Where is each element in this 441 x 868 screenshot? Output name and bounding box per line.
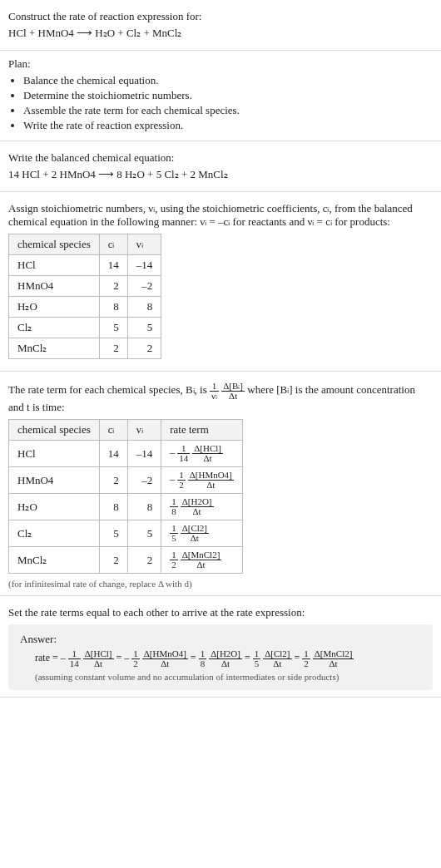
- cell-species: Cl₂: [9, 520, 100, 547]
- cell-ci: 14: [99, 441, 127, 467]
- cell-ci: 8: [99, 494, 127, 520]
- col-rate: rate term: [161, 420, 243, 441]
- term-sign: –: [61, 652, 66, 663]
- cell-vi: –14: [127, 441, 161, 467]
- cell-rate: 18 Δ[H2O]Δt: [161, 494, 243, 520]
- table-row: HMnO4 2 –2: [9, 276, 161, 297]
- cell-ci: 14: [99, 255, 127, 276]
- cell-rate: 12 Δ[MnCl2]Δt: [161, 547, 243, 574]
- term-conc-frac: Δ[H2O]Δt: [209, 649, 242, 668]
- plan-item: Determine the stoichiometric numbers.: [23, 89, 433, 102]
- term-coef-frac: 15: [253, 649, 261, 668]
- answer-label: Answer:: [20, 633, 421, 646]
- table-row: H₂O 8 8: [9, 297, 161, 318]
- rate-coef-frac: 18: [170, 497, 178, 516]
- cell-ci: 2: [99, 276, 127, 297]
- plan-label: Plan:: [8, 57, 433, 71]
- table-header-row: chemical species cᵢ νᵢ rate term: [9, 420, 243, 441]
- cell-vi: –2: [127, 467, 161, 494]
- cell-species: Cl₂: [9, 318, 100, 338]
- stoich-section: Assign stoichiometric numbers, νᵢ, using…: [0, 192, 441, 372]
- term-conc-frac: Δ[MnCl2]Δt: [313, 649, 354, 668]
- cell-ci: 2: [99, 547, 127, 574]
- table-row: MnCl₂ 2 2 12 Δ[MnCl2]Δt: [9, 547, 243, 574]
- rate-sign: –: [170, 446, 175, 458]
- answer-equation: rate = – 114 Δ[HCl]Δt = – 12 Δ[HMnO4]Δt …: [35, 649, 421, 668]
- rateterm-table: chemical species cᵢ νᵢ rate term HCl 14 …: [8, 419, 243, 574]
- balanced-label: Write the balanced chemical equation:: [8, 151, 433, 165]
- rate-conc-frac: Δ[H2O]Δt: [181, 497, 214, 516]
- rateterm-section: The rate term for each chemical species,…: [0, 372, 441, 596]
- term-conc-frac: Δ[HCl]Δt: [83, 649, 114, 668]
- col-ci: cᵢ: [99, 234, 127, 255]
- table-header-row: chemical species cᵢ νᵢ: [9, 234, 161, 255]
- rate-conc-frac: Δ[HMnO4]Δt: [188, 471, 234, 490]
- rate-conc-frac: Δ[HCl]Δt: [192, 444, 223, 463]
- rate-coef-frac: 15: [170, 524, 178, 543]
- table-row: Cl₂ 5 5: [9, 318, 161, 338]
- stoich-intro: Assign stoichiometric numbers, νᵢ, using…: [8, 202, 433, 229]
- rate-conc-frac: Δ[MnCl2]Δt: [181, 550, 222, 570]
- generic-conc-frac: Δ[Bᵢ]Δt: [221, 382, 245, 401]
- final-label: Set the rate terms equal to each other t…: [8, 606, 433, 619]
- cell-vi: 8: [127, 494, 161, 520]
- cell-species: H₂O: [9, 494, 100, 520]
- table-row: H₂O 8 8 18 Δ[H2O]Δt: [9, 494, 243, 520]
- cell-species: MnCl₂: [9, 547, 100, 574]
- plan-section: Plan: Balance the chemical equation. Det…: [0, 51, 441, 141]
- table-row: HCl 14 –14 – 114 Δ[HCl]Δt: [9, 441, 243, 467]
- col-species: chemical species: [9, 234, 100, 255]
- plan-item: Write the rate of reaction expression.: [23, 119, 433, 132]
- rate-coef-frac: 12: [170, 550, 178, 570]
- col-vi: νᵢ: [127, 234, 161, 255]
- cell-ci: 8: [99, 297, 127, 318]
- final-section: Set the rate terms equal to each other t…: [0, 596, 441, 698]
- term-coef-frac: 12: [302, 649, 310, 668]
- plan-item: Assemble the rate term for each chemical…: [23, 104, 433, 117]
- rate-coef-frac: 114: [177, 444, 190, 463]
- plan-list: Balance the chemical equation. Determine…: [8, 74, 433, 132]
- term-coef-frac: 18: [199, 649, 207, 668]
- balanced-equation: 14 HCl + 2 HMnO4 ⟶ 8 H₂O + 5 Cl₂ + 2 MnC…: [8, 168, 433, 181]
- balanced-section: Write the balanced chemical equation: 14…: [0, 141, 441, 192]
- answer-note: (assuming constant volume and no accumul…: [35, 672, 421, 682]
- rateterm-note: (for infinitesimal rate of change, repla…: [8, 579, 433, 589]
- cell-vi: 8: [127, 297, 161, 318]
- cell-ci: 2: [99, 467, 127, 494]
- generic-coef-frac: 1νᵢ: [210, 382, 219, 401]
- cell-vi: 2: [127, 338, 161, 359]
- cell-species: H₂O: [9, 297, 100, 318]
- term-coef-frac: 114: [68, 649, 81, 668]
- cell-species: MnCl₂: [9, 338, 100, 359]
- col-species: chemical species: [9, 420, 100, 441]
- cell-rate: – 114 Δ[HCl]Δt: [161, 441, 243, 467]
- cell-vi: 2: [127, 547, 161, 574]
- cell-vi: 5: [127, 520, 161, 547]
- cell-ci: 5: [99, 520, 127, 547]
- cell-ci: 2: [99, 338, 127, 359]
- col-vi: νᵢ: [127, 420, 161, 441]
- term-sign: –: [124, 652, 129, 663]
- table-row: HCl 14 –14: [9, 255, 161, 276]
- intro-section: Construct the rate of reaction expressio…: [0, 0, 441, 51]
- answer-box: Answer: rate = – 114 Δ[HCl]Δt = – 12 Δ[H…: [8, 624, 433, 690]
- table-row: MnCl₂ 2 2: [9, 338, 161, 359]
- col-ci: cᵢ: [99, 420, 127, 441]
- rate-coef-frac: 12: [177, 471, 186, 490]
- intro-equation: HCl + HMnO4 ⟶ H₂O + Cl₂ + MnCl₂: [8, 27, 433, 40]
- rate-sign: –: [170, 473, 175, 485]
- rateterm-intro-a: The rate term for each chemical species,…: [8, 383, 210, 396]
- stoich-table: chemical species cᵢ νᵢ HCl 14 –14 HMnO4 …: [8, 234, 161, 359]
- cell-species: HCl: [9, 441, 100, 467]
- rateterm-intro: The rate term for each chemical species,…: [8, 382, 433, 414]
- table-row: HMnO4 2 –2 – 12 Δ[HMnO4]Δt: [9, 467, 243, 494]
- plan-item: Balance the chemical equation.: [23, 74, 433, 87]
- term-conc-frac: Δ[HMnO4]Δt: [142, 649, 188, 668]
- rate-conc-frac: Δ[Cl2]Δt: [181, 524, 209, 543]
- cell-species: HCl: [9, 255, 100, 276]
- table-row: Cl₂ 5 5 15 Δ[Cl2]Δt: [9, 520, 243, 547]
- term-coef-frac: 12: [131, 649, 140, 668]
- cell-rate: 15 Δ[Cl2]Δt: [161, 520, 243, 547]
- cell-vi: –14: [127, 255, 161, 276]
- term-conc-frac: Δ[Cl2]Δt: [263, 649, 291, 668]
